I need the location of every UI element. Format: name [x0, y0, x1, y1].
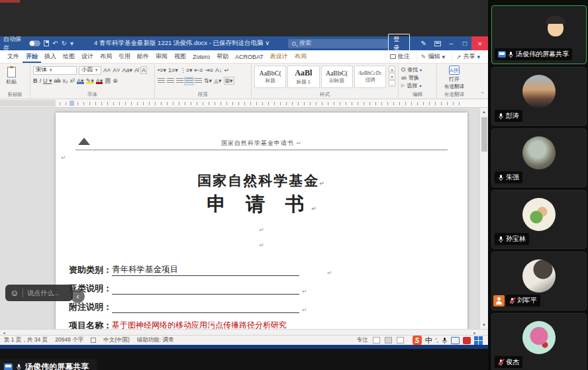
page-indicator[interactable]: 第 1 页，共 34 页	[4, 336, 48, 344]
align-right-icon[interactable]	[176, 78, 183, 84]
decrease-indent-icon[interactable]: ⇤≡	[194, 67, 203, 73]
borders-icon[interactable]: ⊞▾	[224, 77, 234, 85]
print-layout-icon[interactable]	[385, 337, 392, 344]
find-button[interactable]: 查找▾	[401, 66, 434, 73]
font-size-combo[interactable]: 小四▾	[79, 66, 101, 75]
sort-icon[interactable]: A↓	[215, 67, 222, 73]
autosave-toggle[interactable]	[29, 40, 40, 46]
select-button[interactable]: ▷选择▾	[401, 81, 434, 89]
undo-icon[interactable]: ↶	[52, 40, 58, 47]
focus-mode-button[interactable]: 专注	[357, 336, 368, 344]
accessibility-status[interactable]: 辅助功能: 调查	[137, 336, 174, 344]
distribute-icon[interactable]	[195, 78, 202, 84]
ribbon-display-options-button[interactable]	[430, 36, 444, 50]
ime-toolbox-icon[interactable]	[474, 336, 483, 345]
align-center-icon[interactable]	[167, 78, 174, 84]
underline-button[interactable]: U ▾	[43, 77, 52, 84]
scroll-down-icon[interactable]: ▼	[480, 321, 488, 329]
tab-acrobat[interactable]: ACROBAT	[232, 50, 267, 63]
participant-tile[interactable]: 俊杰	[491, 313, 587, 370]
horizontal-scrollbar[interactable]: ◂ ▸	[0, 329, 488, 335]
tab-table-design[interactable]: 表设计	[267, 50, 291, 63]
shading-icon[interactable]: ◬▾	[214, 77, 221, 84]
pen-icon[interactable]: ✎	[416, 36, 430, 50]
tab-design[interactable]: 设计	[78, 50, 97, 63]
chat-placeholder[interactable]: 说点什么...	[27, 289, 59, 298]
bullets-icon[interactable]: •≡▾	[158, 67, 166, 73]
tab-home[interactable]: 开始	[23, 50, 41, 63]
participant-tile[interactable]: 孙宝林	[491, 190, 587, 249]
superscript-button[interactable]: x²	[70, 77, 75, 84]
phonetic-guide-icon[interactable]: A	[140, 66, 147, 74]
participant-tile[interactable]: 朱强	[491, 128, 587, 187]
tab-references[interactable]: 引用	[115, 50, 134, 63]
tab-layout[interactable]: 布局	[97, 50, 115, 63]
italic-button[interactable]: I	[40, 77, 42, 84]
ime-language-toggle[interactable]: 中	[425, 336, 432, 346]
clear-formatting-icon[interactable]: A̸	[134, 67, 138, 73]
close-button[interactable]: ×	[471, 36, 488, 50]
participant-tile[interactable]: 刘军平	[491, 252, 587, 310]
enclose-characters-icon[interactable]: ⊕	[113, 77, 118, 84]
horizontal-ruler[interactable]: L	[0, 99, 488, 108]
word-count[interactable]: 20948 个字	[55, 336, 83, 344]
replace-button[interactable]: ab替换	[401, 73, 434, 81]
participant-tile-sharer[interactable]: 汤俊伟的屏幕共享	[491, 5, 587, 64]
align-justify-icon[interactable]	[185, 78, 193, 84]
search-input[interactable]: 搜索	[288, 39, 388, 48]
chat-collapse-button[interactable]: ‹	[71, 289, 85, 303]
scrollbar-thumb[interactable]	[481, 117, 487, 152]
scroll-right-icon[interactable]: ▸	[471, 330, 479, 335]
styles-scroll-up-icon[interactable]: ▴	[389, 66, 395, 72]
tab-draw[interactable]: 绘图	[60, 50, 78, 63]
document-page[interactable]: 国家自然科学基金申请书 ↵ ↵ 国家自然科学基金↵ 申 请 书↵ ↵ ↵ 资助类…	[56, 113, 467, 329]
ime-emoji-icon[interactable]	[451, 337, 460, 344]
style-card-heading1[interactable]: AaBl 标题 1	[287, 66, 319, 88]
comments-button[interactable]: 批注	[385, 52, 414, 62]
styles-gallery-expand-icon[interactable]: ⌄	[389, 80, 395, 87]
minimize-button[interactable]: –	[444, 36, 458, 50]
youdao-open-button[interactable]: 打开	[449, 75, 460, 83]
tab-help[interactable]: 帮助	[213, 50, 232, 63]
show-marks-icon[interactable]: ↵	[224, 67, 230, 73]
scroll-up-icon[interactable]: ▲	[480, 108, 488, 116]
quick-access-caret-icon[interactable]: ▾	[70, 40, 74, 47]
sogou-input-icon[interactable]: S	[413, 336, 422, 345]
strikethrough-button[interactable]: ab	[54, 77, 61, 84]
ime-skin-icon[interactable]	[463, 337, 471, 344]
increase-indent-icon[interactable]: ⇥≡	[205, 67, 213, 73]
character-border-icon[interactable]: 囲	[105, 77, 111, 84]
emoji-icon[interactable]: ☺	[10, 289, 19, 297]
shrink-font-icon[interactable]: A˅	[113, 67, 120, 73]
change-case-icon[interactable]: Aa▾	[122, 67, 133, 73]
scroll-left-icon[interactable]: ◂	[0, 330, 8, 335]
paste-button[interactable]: 粘贴	[3, 66, 20, 85]
grow-font-icon[interactable]: A˄	[103, 67, 111, 73]
redo-icon[interactable]: ↻	[62, 40, 67, 47]
ime-punctuation-icon[interactable]: ',	[436, 337, 438, 344]
share-button[interactable]: ↗共享▾	[452, 52, 484, 62]
indent-marker[interactable]	[70, 101, 74, 106]
text-effects-icon[interactable]: A▾	[77, 77, 84, 84]
editing-mode-button[interactable]: ✎编辑▾	[416, 52, 449, 62]
font-name-combo[interactable]: 宋体▾	[33, 66, 77, 75]
save-icon[interactable]	[44, 40, 50, 46]
line-spacing-icon[interactable]: ⇅▾	[204, 77, 212, 84]
participant-tile[interactable]: 彭涛	[491, 67, 587, 126]
read-mode-icon[interactable]	[373, 337, 380, 344]
tab-zotero[interactable]: Zotero	[189, 50, 213, 63]
multilevel-list-icon[interactable]: ⋮≡▾	[180, 67, 193, 73]
bold-button[interactable]: B	[33, 77, 38, 84]
style-card-title[interactable]: AaBbC( 标题	[254, 66, 286, 88]
numbering-icon[interactable]: 1≡▾	[168, 67, 178, 73]
tab-mailings[interactable]: 邮件	[134, 50, 152, 63]
web-layout-icon[interactable]	[397, 337, 404, 344]
tab-insert[interactable]: 插入	[41, 50, 60, 63]
chat-quick-input[interactable]: ☺ 说点什么...	[5, 285, 73, 301]
ime-voice-icon[interactable]	[442, 337, 448, 344]
language-indicator[interactable]: 中文(中国)	[103, 336, 130, 344]
style-card-emphasis[interactable]: AaBbCcDc 强调	[354, 66, 386, 88]
highlight-color-icon[interactable]: ✎▾	[86, 77, 94, 84]
vertical-scrollbar[interactable]: ▲ ▼	[479, 108, 488, 329]
font-color-icon[interactable]: A▾	[96, 77, 103, 84]
